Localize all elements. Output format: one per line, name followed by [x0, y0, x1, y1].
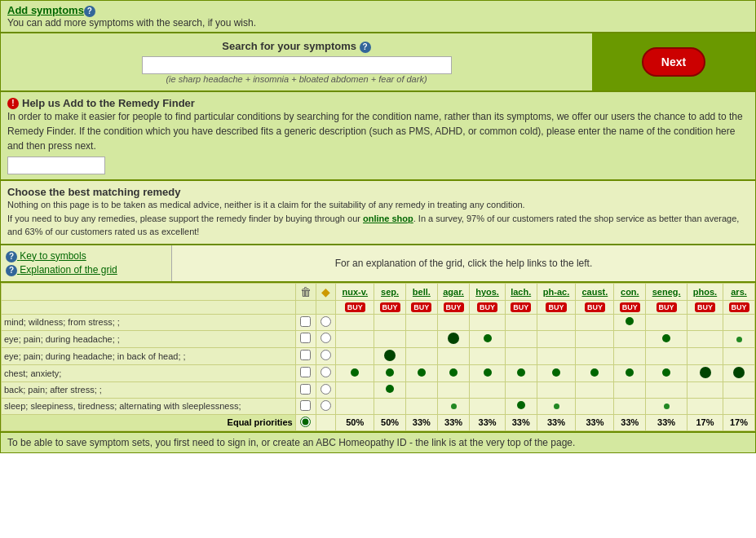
- buy-cell-bell.: BUY: [405, 300, 437, 314]
- dot-1-5: [505, 330, 537, 347]
- symptom-radio-3[interactable]: [321, 367, 331, 377]
- dot-2-11: [723, 347, 755, 364]
- dot-1-8: [614, 330, 646, 347]
- trash-icon[interactable]: 🗑: [300, 285, 312, 298]
- circle-icon-3-4: [484, 368, 492, 377]
- add-symptoms-link[interactable]: Add symptoms: [7, 4, 84, 16]
- symptom-checkbox-2[interactable]: [300, 350, 311, 360]
- dot-5-8: [614, 398, 646, 414]
- symptom-radio-1[interactable]: [321, 333, 331, 343]
- symptom-checkbox-cell-5: [295, 398, 316, 414]
- buy-button-ars.[interactable]: BUY: [729, 302, 749, 312]
- remedy-link-agar.[interactable]: agar.: [443, 287, 464, 297]
- next-button[interactable]: Next: [642, 47, 705, 77]
- circle-icon-3-9: [662, 368, 670, 377]
- priority-pct-ph-ac.: 33%: [537, 414, 576, 430]
- buy-button-agar.[interactable]: BUY: [444, 302, 464, 312]
- buy-button-ph-ac.[interactable]: BUY: [546, 302, 566, 312]
- remedy-link-con.[interactable]: con.: [621, 287, 639, 297]
- symptom-radio-cell-0: [316, 314, 336, 330]
- symptom-radio-4[interactable]: [321, 384, 331, 395]
- dot-2-1: [374, 347, 406, 364]
- dot-3-10: [687, 364, 723, 381]
- dot-0-9: [646, 314, 687, 330]
- dot-5-7: [576, 398, 614, 414]
- circle-icon-3-10: [700, 367, 711, 378]
- buy-button-lach.[interactable]: BUY: [511, 302, 531, 312]
- remedy-link-ph-ac.[interactable]: ph-ac.: [543, 287, 569, 297]
- dot-3-3: [437, 364, 470, 381]
- symptom-checkbox-3[interactable]: [300, 367, 311, 377]
- dot-5-0: [336, 398, 374, 414]
- dot-4-1: [374, 381, 406, 398]
- symptom-checkbox-5[interactable]: [300, 400, 311, 411]
- remedy-link-sep.[interactable]: sep.: [381, 287, 399, 297]
- buy-button-caust.[interactable]: BUY: [585, 302, 605, 312]
- dot-4-11: [723, 381, 755, 398]
- dot-2-5: [505, 347, 537, 364]
- remedy-link-bell.[interactable]: bell.: [413, 287, 431, 297]
- header-trash: 🗑: [295, 283, 316, 300]
- key-to-symbols-link[interactable]: ? Key to symbols: [6, 250, 166, 262]
- buy-button-phos.[interactable]: BUY: [695, 302, 715, 312]
- remedy-link-lach.[interactable]: lach.: [511, 287, 531, 297]
- dot-1-7: [576, 330, 614, 347]
- remedy-link-ars.[interactable]: ars.: [731, 287, 747, 297]
- dot-2-2: [405, 347, 437, 364]
- dot-3-7: [576, 364, 614, 381]
- remedy-name-ph-ac.: ph-ac.: [537, 283, 576, 300]
- dot-3-2: [405, 364, 437, 381]
- remedy-link-caust.[interactable]: caust.: [582, 287, 608, 297]
- symptom-text-2: eye; pain; during headache; in back of h…: [2, 347, 296, 364]
- priorities-radio[interactable]: [300, 417, 311, 427]
- remedy-link-seneg.[interactable]: seneg.: [652, 287, 681, 297]
- dot-1-1: [374, 330, 406, 347]
- add-symptoms-title: Add symptoms?: [7, 4, 95, 16]
- circle-icon-3-0: [351, 368, 359, 377]
- symptom-radio-cell-4: [316, 381, 336, 398]
- symptom-checkbox-cell-4: [295, 381, 316, 398]
- priorities-row: Equal priorities 50%50%33%33%33%33%33%33…: [2, 414, 755, 430]
- buy-cell-lach.: BUY: [505, 300, 537, 314]
- symptom-radio-2[interactable]: [321, 350, 331, 360]
- help-icon[interactable]: ?: [84, 6, 95, 17]
- explanation-grid-link[interactable]: ? Explanation of the grid: [6, 264, 166, 276]
- priorities-label-cell: Equal priorities: [2, 414, 296, 430]
- table-row: back; pain; after stress; ;: [2, 381, 755, 398]
- remedy-name-sep.: sep.: [374, 283, 406, 300]
- priority-pct-phos.: 17%: [687, 414, 723, 430]
- dot-5-10: [687, 398, 723, 414]
- online-shop-link[interactable]: online shop: [363, 214, 413, 223]
- symptom-text-1: eye; pain; during headache; ;: [2, 330, 296, 347]
- buy-button-seneg.[interactable]: BUY: [657, 302, 677, 312]
- dot-0-7: [576, 314, 614, 330]
- dot-0-8: [614, 314, 646, 330]
- remedy-link-hyos.[interactable]: hyos.: [475, 287, 499, 297]
- circle-icon-3-7: [590, 368, 599, 377]
- table-row: eye; pain; during headache; in back of h…: [2, 347, 755, 364]
- symptom-checkbox-0[interactable]: [300, 316, 311, 327]
- buy-button-nux-v.[interactable]: BUY: [345, 302, 365, 312]
- priority-pct-bell.: 33%: [405, 414, 437, 430]
- choose-line2: If you need to buy any remedies, please …: [7, 212, 749, 239]
- symptom-radio-0[interactable]: [321, 316, 331, 327]
- buy-button-bell.[interactable]: BUY: [411, 302, 431, 312]
- symptom-checkbox-1[interactable]: [300, 333, 311, 343]
- buy-button-sep.[interactable]: BUY: [380, 302, 400, 312]
- symptom-checkbox-4[interactable]: [300, 384, 311, 395]
- search-input[interactable]: [142, 56, 452, 74]
- symptom-text-0: mind; wildness; from stress; ;: [2, 314, 296, 330]
- buy-button-hyos.[interactable]: BUY: [477, 302, 497, 312]
- remedy-grid-section: 🗑 ◆ nux-v.sep.bell.agar.hyos.lach.ph-ac.…: [0, 282, 756, 432]
- remedy-link-phos.[interactable]: phos.: [693, 287, 717, 297]
- buy-button-con.[interactable]: BUY: [620, 302, 640, 312]
- remedy-finder-input[interactable]: [7, 157, 105, 174]
- symptom-radio-5[interactable]: [321, 400, 331, 411]
- search-help-icon[interactable]: ?: [360, 42, 371, 53]
- remedy-link-nux-v.[interactable]: nux-v.: [342, 287, 368, 297]
- dot-5-11: [723, 398, 755, 414]
- table-row: mind; wildness; from stress; ;: [2, 314, 755, 330]
- remedy-name-ars.: ars.: [723, 283, 755, 300]
- priority-pct-nux-v.: 50%: [336, 414, 374, 430]
- circle-icon-3-6: [552, 368, 560, 377]
